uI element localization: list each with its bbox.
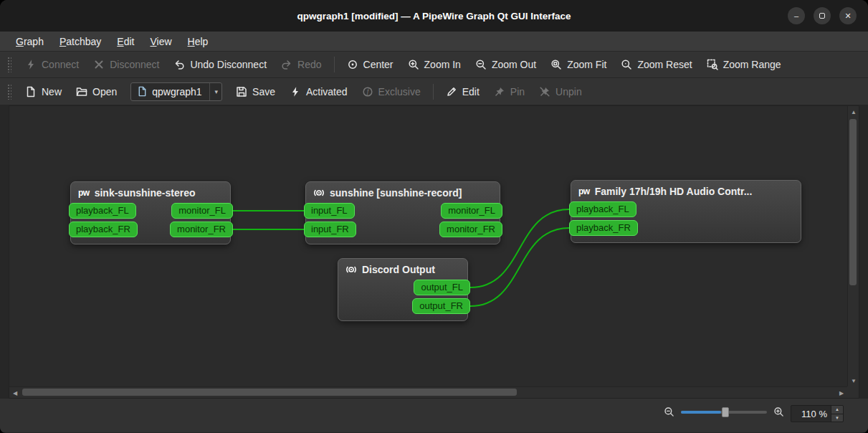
unpin-button[interactable]: Unpin	[533, 82, 588, 101]
zoom-range-icon	[707, 59, 718, 70]
node-title: Discord Output	[362, 264, 435, 275]
zoom-reset-button[interactable]: Zoom Reset	[614, 55, 698, 74]
save-button[interactable]: Save	[229, 82, 282, 101]
connect-icon	[25, 59, 37, 70]
menubar: Graph Patchbay Edit View Help	[0, 32, 868, 52]
application-icon	[345, 264, 357, 275]
activated-bolt-icon	[290, 86, 301, 97]
zoom-fit-button[interactable]: Zoom Fit	[544, 55, 613, 74]
edit-pencil-icon	[446, 86, 457, 97]
zoom-value[interactable]: 110 %	[791, 406, 831, 422]
menu-view[interactable]: View	[143, 34, 178, 49]
input-port[interactable]: playback_FR	[69, 222, 138, 237]
menu-edit[interactable]: Edit	[110, 34, 141, 49]
zoom-in-button[interactable]: Zoom In	[401, 55, 467, 74]
zoom-out-button[interactable]: Zoom Out	[469, 55, 543, 74]
scroll-left-button[interactable]: ◀	[9, 387, 21, 399]
patchbay-toolbar: New Open qpwgraph1 ▾ Save Activated f Ex…	[0, 78, 868, 105]
output-port[interactable]: monitor_FL	[441, 203, 502, 219]
center-icon	[347, 59, 358, 70]
node-header: Discord Output	[338, 259, 467, 277]
pin-button[interactable]: Pin	[487, 82, 531, 101]
maximize-button[interactable]	[814, 7, 831, 24]
redo-icon	[281, 59, 292, 70]
output-port[interactable]: monitor_FR	[439, 222, 502, 237]
graph-viewport[interactable]: pw sink-sunshine-stereo playback_FL play…	[9, 106, 847, 386]
output-port[interactable]: monitor_FL	[171, 203, 233, 219]
minimize-button[interactable]: –	[788, 7, 805, 24]
horizontal-scrollbar[interactable]: ◀ ▶	[9, 386, 847, 398]
graph-canvas-area: pw sink-sunshine-stereo playback_FL play…	[9, 105, 859, 399]
toolbar-separator	[334, 57, 335, 72]
edit-button[interactable]: Edit	[439, 82, 486, 101]
input-port[interactable]: input_FR	[304, 222, 356, 237]
zoom-range-button[interactable]: Zoom Range	[700, 55, 788, 74]
patchbay-select[interactable]: qpwgraph1 ▾	[130, 82, 222, 101]
slider-handle[interactable]	[722, 407, 729, 417]
menu-patchbay[interactable]: Patchbay	[52, 34, 108, 49]
graph-node-discord-output[interactable]: Discord Output output_FL output_FR	[338, 258, 468, 321]
exclusive-button[interactable]: f Exclusive	[356, 82, 427, 101]
disconnect-button[interactable]: Disconnect	[87, 55, 166, 74]
open-button[interactable]: Open	[70, 82, 123, 101]
minimize-icon: –	[794, 11, 798, 20]
scroll-up-button[interactable]: ▲	[848, 106, 859, 118]
zoom-in-icon	[408, 59, 419, 70]
zoom-slider[interactable]	[681, 405, 767, 419]
menu-graph[interactable]: Graph	[9, 34, 51, 49]
zoom-in-icon[interactable]	[773, 406, 784, 417]
titlebar[interactable]: qpwgraph1 [modified] — A PipeWire Graph …	[0, 0, 868, 32]
horizontal-scrollbar-thumb[interactable]	[22, 389, 517, 396]
save-icon	[236, 86, 247, 97]
application-icon	[313, 187, 325, 199]
node-header: sunshine [sunshine-record]	[306, 182, 500, 201]
input-port[interactable]: input_FL	[304, 203, 355, 219]
chevron-down-icon: ▾	[209, 83, 219, 100]
graph-node-sunshine[interactable]: sunshine [sunshine-record] input_FL inpu…	[305, 181, 500, 244]
zoom-reset-icon	[621, 59, 632, 70]
node-header: pw Family 17h/19h HD Audio Contr...	[571, 181, 801, 199]
zoom-fit-icon	[550, 59, 562, 70]
undo-disconnect-button[interactable]: Undo Disconnect	[167, 55, 273, 74]
disconnect-icon	[93, 59, 105, 70]
spin-up-button[interactable]: ▲	[831, 406, 843, 414]
activated-button[interactable]: Activated	[283, 82, 354, 101]
input-port[interactable]: playback_FR	[569, 220, 638, 236]
scroll-down-button[interactable]: ▼	[848, 375, 859, 386]
vertical-scrollbar-thumb[interactable]	[849, 119, 857, 285]
input-port[interactable]: playback_FL	[69, 203, 136, 219]
scroll-right-button[interactable]: ▶	[836, 387, 847, 399]
menu-help[interactable]: Help	[181, 34, 216, 49]
patchbay-file-icon	[137, 86, 148, 97]
new-button[interactable]: New	[19, 82, 68, 101]
open-folder-icon	[76, 86, 87, 97]
close-icon: ✕	[844, 11, 851, 21]
zoom-spinbox[interactable]: 110 % ▲ ▼	[791, 405, 844, 422]
redo-button[interactable]: Redo	[275, 55, 328, 74]
node-title: sink-sunshine-stereo	[95, 187, 196, 199]
node-title: Family 17h/19h HD Audio Contr...	[595, 186, 753, 197]
toolbar-drag-handle[interactable]	[7, 84, 11, 100]
close-button[interactable]: ✕	[839, 7, 857, 24]
pin-icon	[494, 86, 505, 97]
graph-node-sink-sunshine-stereo[interactable]: pw sink-sunshine-stereo playback_FL play…	[70, 181, 231, 244]
zoom-out-icon[interactable]	[664, 406, 674, 417]
graph-toolbar: Connect Disconnect Undo Disconnect Redo …	[0, 52, 868, 78]
node-header: pw sink-sunshine-stereo	[71, 182, 230, 201]
undo-icon	[173, 59, 185, 70]
connect-button[interactable]: Connect	[19, 55, 85, 74]
output-port[interactable]: output_FR	[412, 298, 470, 314]
maximize-icon	[819, 13, 825, 19]
scrollbar-corner	[847, 386, 859, 398]
graph-node-family-hd-audio[interactable]: pw Family 17h/19h HD Audio Contr... play…	[571, 180, 801, 243]
output-port[interactable]: monitor_FR	[170, 222, 233, 237]
window-controls: – ✕	[788, 7, 857, 24]
output-port[interactable]: output_FL	[414, 280, 470, 295]
input-port[interactable]: playback_FL	[569, 201, 636, 217]
center-button[interactable]: Center	[340, 55, 400, 74]
svg-text:f: f	[366, 88, 369, 95]
vertical-scrollbar[interactable]: ▲ ▼	[847, 106, 859, 386]
spin-down-button[interactable]: ▼	[831, 414, 843, 422]
zoom-out-icon	[475, 59, 487, 70]
toolbar-drag-handle[interactable]	[7, 57, 11, 72]
